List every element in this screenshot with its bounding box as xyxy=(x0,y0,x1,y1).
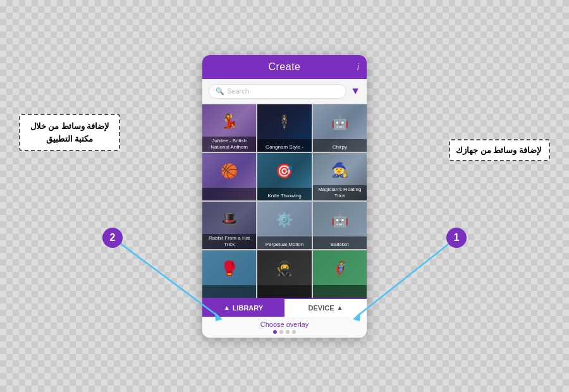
svg-line-0 xyxy=(113,238,218,316)
arrows-overlay xyxy=(0,0,569,392)
number-1-circle: 1 xyxy=(446,228,467,248)
annotation-left: لإضافة وسائط من خلال مكتبة التطبيق xyxy=(19,114,120,151)
number-2-circle: 2 xyxy=(102,228,123,248)
annotation-right: لإضافة وسائط من جهازك xyxy=(449,139,550,161)
svg-marker-3 xyxy=(353,312,360,321)
svg-line-2 xyxy=(357,238,456,316)
svg-marker-1 xyxy=(215,312,223,321)
